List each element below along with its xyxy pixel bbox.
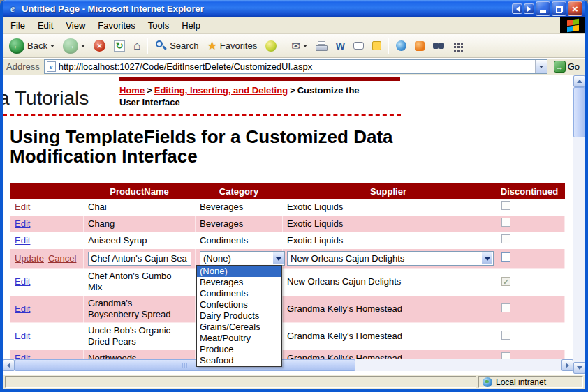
grid-header-row: ProductName Category Supplier Discontinu… bbox=[10, 184, 565, 199]
header-supplier: Supplier bbox=[283, 184, 494, 199]
dropdown-option[interactable]: Confections bbox=[197, 299, 281, 310]
dropdown-option[interactable]: Dairy Products bbox=[197, 310, 281, 322]
browser-window: e Untitled Page - Microsoft Internet Exp… bbox=[0, 0, 588, 392]
discontinued-cell bbox=[494, 296, 565, 323]
discuss-button[interactable] bbox=[350, 40, 367, 52]
table-row: EditChangBeveragesExotic Liquids bbox=[10, 216, 565, 232]
edit-link[interactable]: Edit bbox=[15, 276, 30, 287]
supplier-cell: New Orleans Cajun Delights bbox=[283, 269, 494, 296]
nav-back-window-button[interactable] bbox=[512, 3, 522, 14]
home-button[interactable]: ⌂ bbox=[130, 38, 144, 54]
site-title: a Tutorials bbox=[3, 87, 89, 110]
scroll-left-button[interactable] bbox=[3, 359, 15, 371]
down-arrow-icon bbox=[577, 366, 582, 372]
edit-link[interactable]: Edit bbox=[15, 235, 30, 246]
breadcrumb-top-rule bbox=[119, 77, 400, 81]
discontinued-cell bbox=[494, 323, 565, 350]
restore-button[interactable] bbox=[552, 1, 566, 16]
table-row: EditUncle Bob's Organic Dried PearsGrand… bbox=[10, 323, 565, 350]
menu-item-view[interactable]: View bbox=[59, 18, 91, 33]
dropdown-option[interactable]: Meat/Poultry bbox=[197, 333, 281, 344]
discontinued-cell bbox=[494, 232, 565, 249]
horizontal-scrollbar[interactable] bbox=[3, 359, 573, 371]
product-cell: Chef Anton's Gumbo Mix bbox=[84, 269, 196, 296]
stop-button[interactable]: × bbox=[90, 38, 109, 54]
row-actions-cell: Edit bbox=[10, 269, 84, 296]
cancel-link[interactable]: Cancel bbox=[48, 253, 76, 264]
nav-forward-window-button[interactable] bbox=[524, 3, 534, 14]
notes-icon bbox=[372, 41, 381, 50]
research-button[interactable] bbox=[392, 38, 410, 53]
dropdown-option[interactable]: (None) bbox=[197, 266, 281, 277]
supplier-cell: Exotic Liquids bbox=[283, 216, 494, 232]
scroll-up-button[interactable] bbox=[573, 75, 585, 87]
find-button[interactable] bbox=[429, 40, 448, 52]
dropdown-option[interactable]: Condiments bbox=[197, 288, 281, 299]
edit-link[interactable]: Edit bbox=[15, 218, 30, 229]
forward-button[interactable]: → bbox=[59, 36, 89, 56]
print-button[interactable] bbox=[312, 39, 331, 53]
dropdown-option[interactable]: Seafood bbox=[197, 355, 281, 366]
menu-items: FileEditViewFavoritesToolsHelp bbox=[3, 17, 560, 33]
addons-button[interactable] bbox=[449, 39, 468, 52]
category-cell: Beverages bbox=[196, 199, 283, 216]
row-actions-cell: UpdateCancel bbox=[10, 249, 84, 269]
favorites-button[interactable]: ★ Favorites bbox=[203, 38, 260, 54]
back-button[interactable]: ← Back bbox=[6, 36, 58, 56]
internet-explorer-icon: e bbox=[7, 3, 18, 15]
product-cell: Uncle Bob's Organic Dried Pears bbox=[84, 323, 196, 350]
breadcrumb-section-link[interactable]: Editing, Inserting, and Deleting bbox=[154, 85, 288, 96]
menu-item-favorites[interactable]: Favorites bbox=[91, 18, 141, 33]
breadcrumb-home-link[interactable]: Home bbox=[119, 85, 145, 96]
refresh-button[interactable]: ↻ bbox=[110, 38, 128, 54]
horizontal-scroll-thumb[interactable] bbox=[15, 359, 355, 371]
edit-link[interactable]: Edit bbox=[15, 202, 30, 212]
scroll-right-button[interactable] bbox=[561, 359, 573, 371]
category-dropdown-popup: (None)BeveragesCondimentsConfectionsDair… bbox=[196, 265, 282, 367]
right-arrow-icon bbox=[527, 6, 534, 12]
go-button[interactable]: → Go bbox=[552, 60, 582, 73]
discontinued-cell bbox=[494, 199, 565, 216]
product-name-input[interactable] bbox=[88, 252, 191, 266]
minimize-button[interactable] bbox=[536, 1, 550, 16]
address-input[interactable] bbox=[59, 61, 535, 72]
notes-button[interactable] bbox=[369, 39, 385, 52]
masthead-dashed-rule bbox=[3, 114, 401, 116]
scroll-down-button[interactable] bbox=[573, 362, 585, 374]
chevron-down-icon[interactable] bbox=[481, 252, 493, 265]
dropdown-option[interactable]: Grains/Cereals bbox=[197, 322, 281, 333]
edit-button[interactable]: W bbox=[332, 39, 348, 53]
toolbar-separator bbox=[388, 38, 389, 54]
left-arrow-icon bbox=[513, 6, 520, 12]
edit-link[interactable]: Edit bbox=[15, 331, 30, 341]
menu-item-edit[interactable]: Edit bbox=[31, 18, 59, 33]
category-dropdown[interactable]: (None) bbox=[200, 251, 285, 266]
table-row: EditChaiBeveragesExotic Liquids bbox=[10, 199, 565, 216]
go-label: Go bbox=[568, 61, 580, 72]
mail-button[interactable]: ✉ bbox=[288, 38, 311, 53]
address-dropdown-button[interactable] bbox=[535, 60, 547, 73]
media-button[interactable] bbox=[262, 38, 280, 54]
row-actions-cell: Edit bbox=[10, 232, 84, 249]
menu-item-help[interactable]: Help bbox=[175, 18, 207, 33]
close-button[interactable]: × bbox=[568, 1, 582, 16]
menu-item-tools[interactable]: Tools bbox=[142, 18, 175, 33]
favorites-label: Favorites bbox=[220, 40, 257, 51]
back-icon: ← bbox=[9, 38, 24, 54]
supplier-dropdown[interactable]: New Orleans Cajun Delights bbox=[287, 251, 494, 266]
menu-item-file[interactable]: File bbox=[4, 18, 31, 33]
chevron-down-icon[interactable] bbox=[272, 252, 284, 265]
dropdown-option[interactable]: Beverages bbox=[197, 277, 281, 288]
update-link[interactable]: Update bbox=[15, 253, 44, 264]
edit-icon: W bbox=[336, 41, 345, 51]
dropdown-option[interactable]: Produce bbox=[197, 344, 281, 355]
chevron-down-icon bbox=[539, 66, 543, 70]
search-button[interactable]: Search bbox=[152, 38, 202, 54]
discontinued-checkbox bbox=[501, 277, 510, 286]
discontinued-checkbox[interactable] bbox=[501, 252, 510, 262]
messenger-button[interactable] bbox=[411, 39, 428, 53]
edit-link[interactable]: Edit bbox=[15, 303, 30, 314]
vertical-scrollbar[interactable] bbox=[573, 75, 585, 374]
title-bar[interactable]: e Untitled Page - Microsoft Internet Exp… bbox=[3, 0, 585, 17]
vertical-scroll-thumb[interactable] bbox=[573, 87, 585, 137]
